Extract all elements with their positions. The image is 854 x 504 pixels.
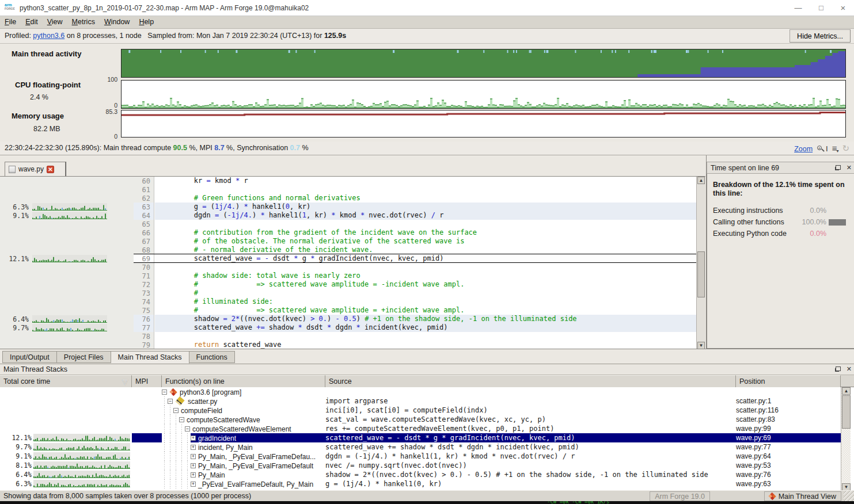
title-bar[interactable]: armFORGE python3_scatter_py_8p_1n_2019-0… [0,0,854,16]
line-code[interactable]: # [155,289,696,297]
zoom-select-icon[interactable]: A [817,145,826,154]
editor-line-78[interactable]: 78 [0,332,705,341]
stack-row-computeScatteredWaveElement[interactable]: −computeScatteredWaveElementres += compu… [0,424,844,433]
line-code[interactable]: g = (1j/4.) * hankel1(0, kr) [155,203,696,211]
column-header-position[interactable]: Position [736,375,841,387]
expand-icon[interactable]: + [191,454,196,459]
stack-row-Py_Main[interactable]: 9.1%+Py_Main, _PyEval_EvalFrameDefau...d… [0,452,844,461]
collapse-icon[interactable]: − [179,417,184,422]
stack-row-incident[interactable]: 9.7%+incident, Py_Mainscattered_wave += … [0,442,844,452]
stack-row-Py_Main[interactable]: 6.4%+Py_Mainshadow = 2*((nvec.dot(kvec) … [0,470,844,479]
tab-input-output[interactable]: Input/Output [2,351,57,363]
undock-icon[interactable] [836,165,841,170]
undock-icon[interactable] [836,366,841,371]
expand-icon[interactable]: + [191,482,196,487]
minimize-button[interactable]: — [788,2,808,14]
editor-line-65[interactable]: 65 [0,220,705,228]
tab-close-icon[interactable]: ✕ [47,166,54,173]
line-code[interactable]: scattered_wave = - dsdt * g * gradIncide… [155,254,696,263]
stack-row-scatter.py[interactable]: −scatter.pyimport argparsescatter.py:1 [0,396,844,406]
stack-row-computeScatteredWave[interactable]: −computeScatteredWavescat_val = wave.com… [0,415,844,424]
column-header-mpi[interactable]: MPI [132,375,162,387]
editor-line-61[interactable]: 61 [0,185,705,194]
function-cell[interactable]: −computeScatteredWaveElement [162,424,325,433]
table-scrollbar-thumb[interactable] [842,395,851,429]
line-code[interactable]: kr = kmod * r [155,177,696,185]
menu-window[interactable]: Window [100,16,134,29]
editor-line-60[interactable]: 60 kr = kmod * r [0,177,705,185]
editor-line-73[interactable]: 73 # [0,289,705,297]
function-cell[interactable]: +Py_Main, _PyEval_EvalFrameDefau... [162,452,325,461]
table-scrollbar[interactable]: ▲ ▼ [841,387,851,491]
menu-edit[interactable]: Edit [21,16,43,29]
line-code[interactable] [155,332,696,341]
collapse-icon[interactable]: − [162,390,167,395]
editor-line-77[interactable]: 9.7%77 scattered_wave += shadow * dsdt *… [0,323,705,332]
line-code[interactable]: # illuminated side: [155,297,696,306]
function-cell[interactable]: +incident, Py_Main [162,442,325,452]
editor-line-72[interactable]: 72 # => scattered wave amplitude = -inci… [0,280,705,289]
zoom-link[interactable]: Zoom [794,145,813,153]
metrics-list-icon[interactable]: ≡▾ [832,143,838,153]
function-cell[interactable]: +_PyEval_EvalFrameDefault, Py_Main [162,479,325,488]
function-cell[interactable]: +Py_Main [162,470,325,479]
editor-line-79[interactable]: 79 return scattered_wave [0,341,705,349]
editor-line-63[interactable]: 6.3%63 g = (1j/4.) * hankel1(0, kr) [0,203,705,211]
close-button[interactable]: × [833,2,853,14]
main-thread-activity-chart[interactable] [121,49,846,78]
line-code[interactable] [155,263,696,272]
cpu-floating-point-chart[interactable] [121,80,846,109]
stack-row-Py_Main[interactable]: 8.1%+Py_Main, _PyEval_EvalFrameDefaultnv… [0,461,844,470]
function-cell[interactable]: −computeField [162,406,325,415]
line-code[interactable]: scattered_wave += shadow * dsdt * dgdn *… [155,323,696,332]
line-code[interactable]: # - normal derivative of the incident wa… [155,246,696,254]
function-cell[interactable]: −python3.6 [program] [162,387,325,396]
line-code[interactable]: shadow = 2*((nvec.dot(kvec) > 0.) - 0.5)… [155,315,696,323]
expand-icon[interactable]: + [191,463,196,468]
editor-line-64[interactable]: 9.1%64 dgdn = (-1j/4.) * hankel1(1, kr) … [0,211,705,220]
program-link[interactable]: python3.6 [33,32,64,40]
collapse-icon[interactable]: − [173,408,179,413]
editor-line-68[interactable]: 68 # - normal derivative of the incident… [0,246,705,254]
maximize-button[interactable]: □ [811,2,831,14]
function-cell[interactable]: −computeScatteredWave [162,415,325,424]
menu-view[interactable]: View [43,16,67,29]
function-cell[interactable]: −scatter.py [162,396,325,406]
line-code[interactable] [155,220,696,228]
menu-help[interactable]: Help [134,16,158,29]
editor-line-71[interactable]: 71 # shadow side: total wave is nearly z… [0,272,705,280]
view-mode-badge[interactable]: Main Thread View [764,491,841,501]
stack-row-computeField[interactable]: −computeFieldinci[i0], scat[i0] = comput… [0,406,844,415]
editor-line-75[interactable]: 75 # => scattered wave amplitude = +inci… [0,306,705,315]
line-code[interactable]: # of the obstacle. The normal derivative… [155,237,696,246]
panel-close-icon[interactable]: ✕ [847,164,852,171]
stack-row-gradIncident[interactable]: 12.1%+gradIncidentscattered_wave = - dsd… [0,433,844,442]
line-code[interactable]: dgdn = (-1j/4.) * hankel1(1, kr) * kmod … [155,211,696,220]
line-code[interactable]: # => scattered wave amplitude = -inciden… [155,280,696,289]
editor-line-67[interactable]: 67 # of the obstacle. The normal derivat… [0,237,705,246]
function-cell[interactable]: +Py_Main, _PyEval_EvalFrameDefault [162,461,325,470]
column-header-source[interactable]: Source [325,375,736,387]
editor-line-70[interactable]: 70 [0,263,705,272]
tab-project-files[interactable]: Project Files [57,351,111,363]
column-header-function-s-on-line[interactable]: Function(s) on line [162,375,325,387]
expand-icon[interactable]: + [191,436,196,441]
menu-metrics[interactable]: Metrics [67,16,100,29]
panel-close-icon[interactable]: ✕ [847,365,852,372]
memory-usage-chart[interactable] [121,110,846,138]
editor-line-76[interactable]: 6.4%76 shadow = 2*((nvec.dot(kvec) > 0.)… [0,315,705,323]
expand-icon[interactable]: + [191,445,196,450]
expand-icon[interactable]: + [191,472,196,478]
tab-functions[interactable]: Functions [189,351,235,363]
source-editor[interactable]: ▲ ▼ 60 kr = kmod * r6162 # Green functio… [0,176,705,349]
tab-main-thread-stacks[interactable]: Main Thread Stacks [111,351,189,364]
line-code[interactable]: # Green functions and normal derivatives [155,194,696,203]
editor-line-62[interactable]: 62 # Green functions and normal derivati… [0,194,705,203]
tab-wave-py[interactable]: wave.py ✕ [5,162,66,176]
scroll-up-icon[interactable]: ▲ [842,387,851,395]
collapse-icon[interactable]: − [185,426,190,432]
menu-file[interactable]: File [0,16,21,29]
sort-indicator-icon[interactable]: ▽ [122,377,128,386]
line-code[interactable]: return scattered_wave [155,341,696,349]
line-code[interactable]: # shadow side: total wave is nearly zero [155,272,696,280]
